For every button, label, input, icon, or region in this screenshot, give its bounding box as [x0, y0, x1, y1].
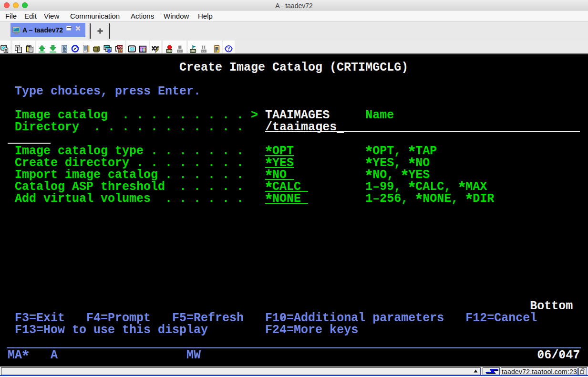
svg-text:?: ? — [227, 45, 230, 52]
svg-text:SQL: SQL — [118, 46, 123, 49]
